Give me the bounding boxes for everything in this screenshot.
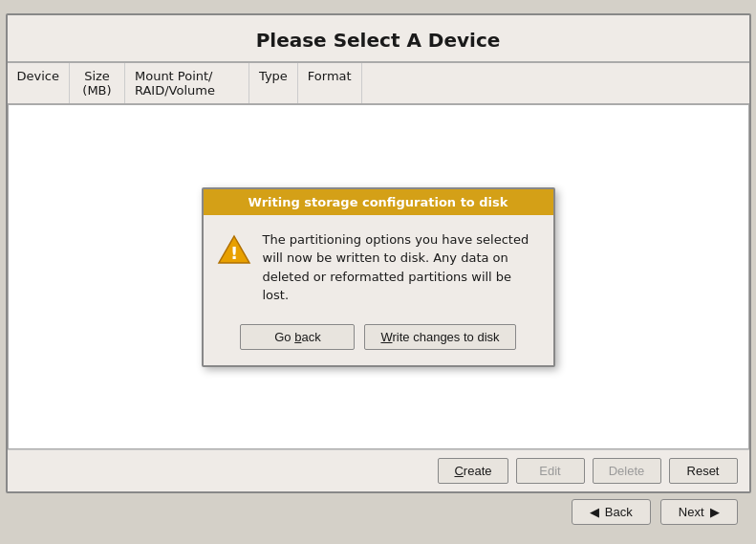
col-device: Device <box>8 63 70 103</box>
back-arrow-icon: ◀ <box>590 505 599 519</box>
go-back-button[interactable]: Go back <box>240 324 355 350</box>
nav-bar: ◀ Back Next ▶ <box>6 493 751 531</box>
dialog-message: The partitioning options you have select… <box>263 230 540 305</box>
action-bar: Create Edit Delete Reset <box>8 449 749 491</box>
col-size: Size (MB) <box>70 63 125 103</box>
dialog-title: Writing storage configuration to disk <box>204 189 553 215</box>
col-format: Format <box>298 63 362 103</box>
dialog-box: Writing storage configuration to disk ! … <box>202 187 555 367</box>
title-bar: Please Select A Device <box>8 15 749 63</box>
warning-icon: ! <box>217 232 251 267</box>
write-changes-button[interactable]: Write changes to disk <box>364 324 515 350</box>
main-window: Please Select A Device Device Size (MB) … <box>6 13 751 493</box>
back-label: Back <box>605 505 633 519</box>
reset-button[interactable]: Reset <box>669 458 738 484</box>
page-title: Please Select A Device <box>8 29 749 52</box>
delete-button[interactable]: Delete <box>593 458 661 484</box>
dialog-body: ! The partitioning options you have sele… <box>204 215 553 316</box>
back-button[interactable]: ◀ Back <box>572 499 651 525</box>
edit-button[interactable]: Edit <box>516 458 585 484</box>
col-mount: Mount Point/ RAID/Volume <box>125 63 249 103</box>
next-arrow-icon: ▶ <box>710 505 720 519</box>
next-button[interactable]: Next ▶ <box>660 499 738 525</box>
content-area: Writing storage configuration to disk ! … <box>8 104 749 449</box>
dialog-buttons: Go back Write changes to disk <box>204 316 553 365</box>
col-type: Type <box>249 63 298 103</box>
next-label: Next <box>679 505 704 519</box>
column-headers: Device Size (MB) Mount Point/ RAID/Volum… <box>8 63 749 104</box>
outer-frame: Please Select A Device Device Size (MB) … <box>0 0 756 544</box>
create-button[interactable]: Create <box>438 458 508 484</box>
svg-text:!: ! <box>229 243 237 263</box>
